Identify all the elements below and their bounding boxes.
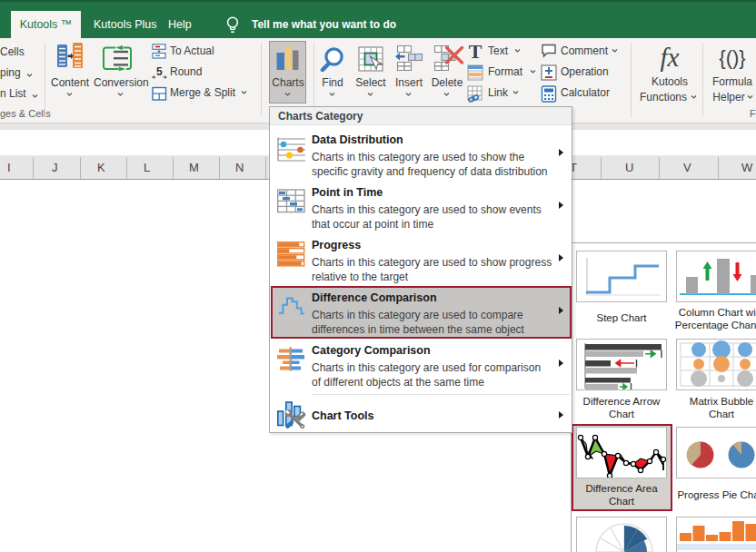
svg-text:5: 5	[156, 65, 163, 78]
